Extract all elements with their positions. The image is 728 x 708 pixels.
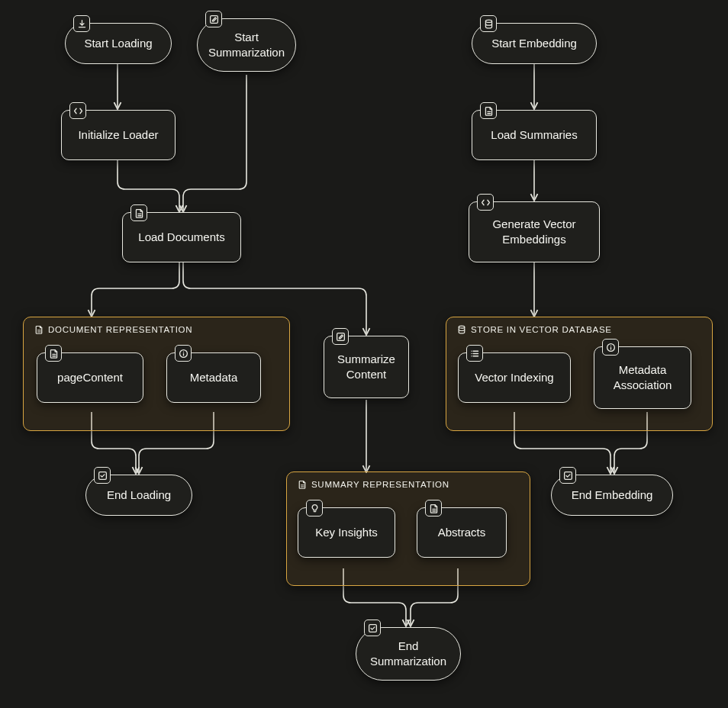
list-icon: [466, 345, 483, 362]
document-icon: [480, 102, 497, 119]
node-load-documents: Load Documents: [122, 212, 241, 262]
document-icon: [298, 480, 307, 489]
document-icon: [130, 204, 147, 221]
group-label: DOCUMENT REPRESENTATION: [34, 325, 192, 334]
code-icon: [477, 194, 494, 211]
node-metadata-association: Metadata Association: [594, 346, 691, 409]
node-label: Start Loading: [84, 36, 152, 51]
database-icon: [480, 15, 497, 32]
node-start-embedding: Start Embedding: [472, 23, 597, 64]
node-label: Abstracts: [438, 525, 486, 540]
node-label: End Loading: [107, 488, 171, 503]
node-initialize-loader: Initialize Loader: [61, 110, 176, 160]
document-icon: [425, 500, 442, 517]
group-label: SUMMARY REPRESENTATION: [298, 480, 449, 489]
node-end-summarization: End Summarization: [356, 627, 461, 681]
edit-icon: [205, 11, 222, 27]
group-label: STORE IN VECTOR DATABASE: [457, 325, 612, 334]
node-abstracts: Abstracts: [417, 507, 507, 558]
group-title: STORE IN VECTOR DATABASE: [471, 325, 612, 334]
node-metadata: Metadata: [166, 352, 261, 403]
node-label: Metadata Association: [614, 362, 672, 394]
node-key-insights: Key Insights: [298, 507, 395, 558]
node-label: Summarize Content: [337, 352, 395, 383]
document-icon: [45, 345, 62, 362]
edit-icon: [332, 328, 349, 345]
node-summarize-content: Summarize Content: [324, 336, 409, 398]
node-start-loading: Start Loading: [65, 23, 172, 64]
node-start-summarization: Start Summarization: [197, 18, 296, 72]
node-label: Start Embedding: [491, 36, 577, 51]
node-label: Key Insights: [315, 525, 378, 540]
svg-point-0: [459, 326, 465, 328]
check-icon: [559, 467, 576, 484]
database-icon: [457, 325, 466, 334]
check-icon: [94, 467, 111, 484]
bulb-icon: [306, 500, 323, 517]
group-title: SUMMARY REPRESENTATION: [311, 480, 449, 489]
download-icon: [73, 15, 90, 32]
group-title: DOCUMENT REPRESENTATION: [48, 325, 192, 334]
node-label: End Embedding: [572, 488, 653, 503]
node-label: Initialize Loader: [78, 127, 158, 143]
node-label: Vector Indexing: [475, 370, 553, 385]
node-label: Load Documents: [138, 230, 224, 245]
node-label: End Summarization: [370, 639, 446, 670]
node-load-summaries: Load Summaries: [472, 110, 597, 160]
info-icon: [175, 345, 192, 362]
node-label: Load Summaries: [491, 127, 577, 143]
info-icon: [602, 339, 619, 356]
document-icon: [34, 325, 43, 334]
node-end-loading: End Loading: [85, 475, 192, 516]
svg-point-6: [485, 20, 491, 22]
node-label: Start Summarization: [208, 30, 285, 61]
code-icon: [69, 102, 86, 119]
node-label: Metadata: [190, 370, 238, 385]
check-icon: [364, 620, 381, 636]
node-label: pageContent: [57, 370, 123, 385]
node-page-content: pageContent: [37, 352, 143, 403]
node-generate-embeddings: Generate Vector Embeddings: [469, 201, 600, 262]
node-end-embedding: End Embedding: [551, 475, 673, 516]
node-label: Generate Vector Embeddings: [492, 217, 575, 248]
node-vector-indexing: Vector Indexing: [458, 352, 571, 403]
